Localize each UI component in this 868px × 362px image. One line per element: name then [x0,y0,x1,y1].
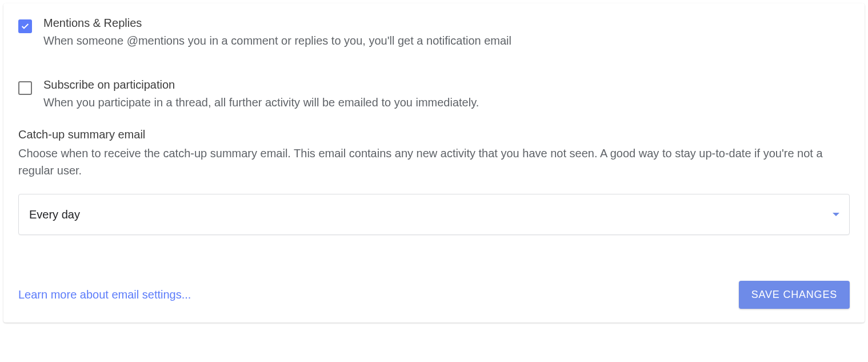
save-changes-button[interactable]: SAVE CHANGES [739,281,850,309]
catchup-frequency-select[interactable]: Every day [18,194,850,235]
catchup-title: Catch-up summary email [18,128,850,141]
mentions-desc: When someone @mentions you in a comment … [43,32,850,49]
card-footer: Learn more about email settings... SAVE … [18,281,850,309]
mentions-title: Mentions & Replies [43,15,850,31]
check-icon [21,22,30,31]
subscribe-desc: When you participate in a thread, all fu… [43,94,850,111]
learn-more-link[interactable]: Learn more about email settings... [18,288,191,301]
catchup-select-wrap: Every day [18,194,850,235]
subscribe-title: Subscribe on participation [43,77,850,93]
mentions-checkbox[interactable] [18,19,32,33]
mentions-text: Mentions & Replies When someone @mention… [43,15,850,49]
catchup-selected-value: Every day [29,208,80,221]
catchup-desc: Choose when to receive the catch-up summ… [18,145,850,179]
subscribe-checkbox[interactable] [18,81,32,95]
subscribe-text: Subscribe on participation When you part… [43,77,850,111]
option-mentions-replies: Mentions & Replies When someone @mention… [18,15,850,49]
settings-card: Mentions & Replies When someone @mention… [3,3,865,323]
option-subscribe-participation: Subscribe on participation When you part… [18,77,850,111]
